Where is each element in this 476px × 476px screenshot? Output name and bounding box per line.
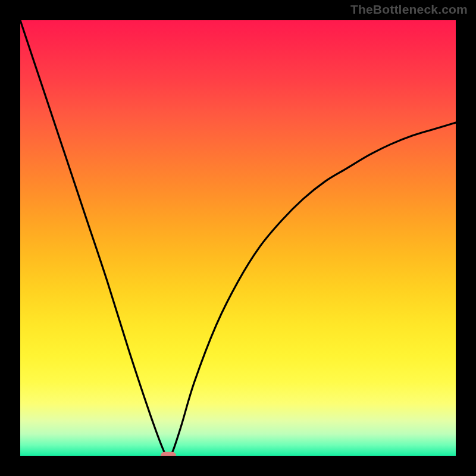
plot-area [20, 20, 456, 456]
bottleneck-curve [20, 20, 456, 456]
chart-frame: TheBottleneck.com [0, 0, 476, 476]
curve-path [20, 20, 456, 456]
watermark-text: TheBottleneck.com [350, 2, 468, 17]
minimum-marker [161, 452, 176, 456]
